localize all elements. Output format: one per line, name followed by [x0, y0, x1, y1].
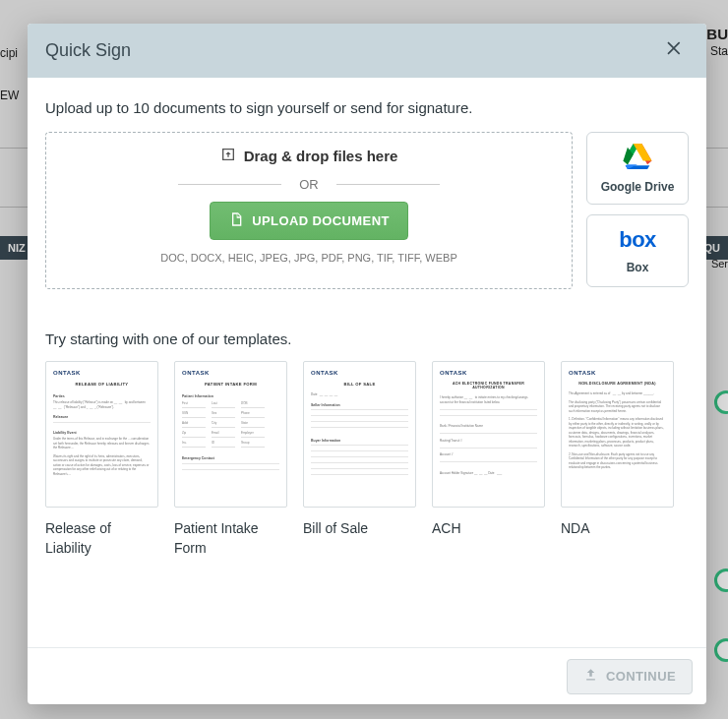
- doc-brand: ONTASK: [311, 370, 408, 376]
- template-bill-of-sale[interactable]: ONTASK BILL OF SALE Date ____________ Se…: [303, 361, 416, 558]
- template-patient-intake[interactable]: ONTASK PATIENT INTAKE FORM Patient Infor…: [174, 361, 287, 558]
- template-thumbnail: ONTASK PATIENT INTAKE FORM Patient Infor…: [174, 361, 287, 508]
- close-icon: [665, 38, 685, 64]
- google-drive-button[interactable]: Google Drive: [586, 132, 689, 205]
- upload-row: Drag & drop files here OR UPLOAD DOCUMEN…: [45, 132, 689, 289]
- template-thumbnail: ONTASK NON-DISCLOSURE AGREEMENT (NDA) Th…: [561, 361, 674, 508]
- template-label: ACH: [432, 519, 545, 539]
- box-button[interactable]: box Box: [586, 214, 689, 287]
- supported-formats: DOC, DOCX, HEIC, JPEG, JPG, PDF, PNG, TI…: [160, 252, 457, 264]
- doc-brand: ONTASK: [440, 370, 537, 376]
- cloud-providers: Google Drive box Box: [586, 132, 689, 289]
- template-label: Release of Liability: [45, 519, 158, 558]
- continue-label: CONTINUE: [606, 669, 676, 684]
- download-square-icon: [220, 147, 236, 165]
- continue-button[interactable]: CONTINUE: [567, 659, 693, 694]
- doc-title: PATIENT INTAKE FORM: [182, 382, 279, 387]
- divider: [178, 184, 281, 185]
- quick-sign-modal: Quick Sign Upload up to 10 documents to …: [28, 24, 706, 704]
- upload-dropzone[interactable]: Drag & drop files here OR UPLOAD DOCUMEN…: [45, 132, 573, 289]
- doc-title: ACH ELECTRONIC FUNDS TRANSFER AUTHORIZAT…: [440, 382, 537, 389]
- template-thumbnail: ONTASK BILL OF SALE Date ____________ Se…: [303, 361, 416, 508]
- provider-label: Google Drive: [601, 180, 675, 194]
- or-text: OR: [299, 177, 319, 192]
- modal-body: Upload up to 10 documents to sign yourse…: [28, 78, 706, 647]
- template-ach[interactable]: ONTASK ACH ELECTRONIC FUNDS TRANSFER AUT…: [432, 361, 545, 558]
- modal-header: Quick Sign: [28, 24, 706, 78]
- document-icon: [228, 211, 244, 230]
- upload-button-label: UPLOAD DOCUMENT: [252, 213, 390, 228]
- modal-title: Quick Sign: [45, 40, 131, 61]
- upload-icon: [583, 668, 598, 686]
- provider-label: Box: [627, 261, 649, 274]
- template-label: Bill of Sale: [303, 519, 416, 539]
- template-thumbnail: ONTASK RELEASE OF LIABILITY Parties This…: [45, 361, 158, 508]
- doc-brand: ONTASK: [569, 370, 666, 376]
- templates-title: Try starting with one of our templates.: [45, 330, 689, 347]
- google-drive-icon: [623, 144, 652, 172]
- doc-brand: ONTASK: [182, 370, 279, 376]
- doc-brand: ONTASK: [53, 370, 151, 376]
- dropzone-title: Drag & drop files here: [244, 148, 398, 164]
- doc-title: RELEASE OF LIABILITY: [53, 382, 151, 387]
- or-row: OR: [178, 177, 440, 192]
- dropzone-title-row: Drag & drop files here: [220, 147, 398, 165]
- template-nda[interactable]: ONTASK NON-DISCLOSURE AGREEMENT (NDA) Th…: [561, 361, 674, 558]
- box-icon: box: [619, 227, 656, 253]
- upload-intro: Upload up to 10 documents to sign yourse…: [45, 99, 689, 116]
- template-thumbnail: ONTASK ACH ELECTRONIC FUNDS TRANSFER AUT…: [432, 361, 545, 508]
- upload-document-button[interactable]: UPLOAD DOCUMENT: [210, 202, 408, 240]
- divider: [336, 184, 440, 185]
- doc-title: NON-DISCLOSURE AGREEMENT (NDA): [569, 382, 666, 386]
- close-button[interactable]: [661, 37, 689, 65]
- doc-title: BILL OF SALE: [311, 382, 408, 387]
- template-label: Patient Intake Form: [174, 519, 287, 558]
- template-label: NDA: [561, 519, 674, 539]
- templates-row: ONTASK RELEASE OF LIABILITY Parties This…: [45, 361, 689, 558]
- modal-footer: CONTINUE: [28, 647, 706, 704]
- template-release-of-liability[interactable]: ONTASK RELEASE OF LIABILITY Parties This…: [45, 361, 158, 558]
